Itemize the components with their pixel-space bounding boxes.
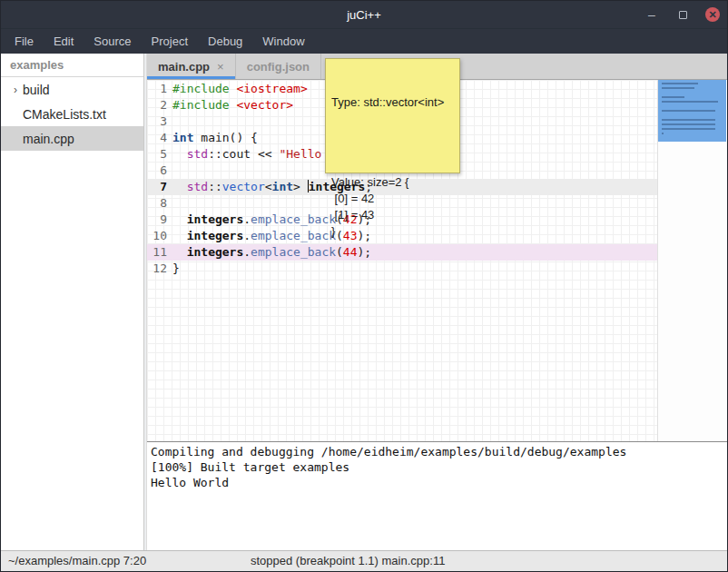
minimap-line	[662, 83, 698, 84]
code-text: #include <iostream>	[172, 81, 308, 97]
minimap-line	[662, 123, 715, 125]
debug-value-tooltip: Type: std::vector<int> Value: size=2 { […	[325, 58, 460, 173]
tree-item-label: main.cpp	[23, 132, 74, 146]
window-controls: – ✕	[644, 1, 720, 28]
app-window: juCi++ – ✕ FileEditSourceProjectDebugWin…	[0, 0, 728, 572]
tree-item-build[interactable]: ›build	[1, 77, 143, 102]
console-line: [100%] Built target examples	[151, 459, 723, 475]
minimize-icon[interactable]: –	[644, 6, 660, 23]
line-number[interactable]: 10	[147, 228, 172, 244]
line-number[interactable]: 9	[147, 212, 172, 228]
file-tree-sidebar: examples ›buildCMakeLists.txtmain.cpp	[1, 54, 143, 550]
minimap-line	[662, 128, 715, 130]
tooltip-type-line: Type: std::vector<int>	[331, 94, 454, 111]
code-text: #include <vector>	[172, 97, 293, 113]
menu-source[interactable]: Source	[84, 30, 141, 53]
tab-config-json[interactable]: config.json	[236, 54, 321, 79]
menu-edit[interactable]: Edit	[44, 30, 84, 53]
menu-project[interactable]: Project	[142, 30, 198, 53]
tooltip-value-line: Value: size=2 {	[331, 174, 454, 191]
minimap-line	[662, 101, 718, 103]
line-number[interactable]: 1	[147, 81, 172, 97]
status-debug-state: stopped (breakpoint 1.1) main.cpp:11	[251, 554, 445, 567]
line-number[interactable]: 5	[147, 146, 172, 163]
tab-close-icon[interactable]: ×	[217, 60, 224, 74]
line-number[interactable]: 7	[147, 179, 172, 195]
project-name-header: examples	[1, 54, 143, 77]
status-bar: ~/examples/main.cpp 7:20 stopped (breakp…	[1, 550, 727, 571]
line-number[interactable]: 11	[147, 244, 172, 261]
tree-item-label: CMakeLists.txt	[23, 107, 106, 122]
output-console[interactable]: Compiling and debugging /home/eidheim/ex…	[147, 441, 727, 550]
close-icon[interactable]: ✕	[705, 7, 720, 22]
tooltip-value-block: Value: size=2 { [0] = 42 [1] = 43}	[331, 174, 454, 240]
minimap-line	[662, 110, 715, 112]
line-number[interactable]: 2	[147, 97, 172, 113]
minimap-line	[662, 119, 715, 121]
tree-item-main-cpp[interactable]: main.cpp	[1, 126, 143, 151]
line-number[interactable]: 12	[147, 261, 172, 277]
tab-label: config.json	[247, 60, 310, 74]
minimap-line	[662, 87, 694, 89]
status-file-position: ~/examples/main.cpp 7:20	[8, 554, 146, 567]
tooltip-value-line: [0] = 42	[331, 191, 454, 207]
menu-debug[interactable]: Debug	[198, 30, 252, 53]
tree-item-cmakelists-txt[interactable]: CMakeLists.txt	[1, 102, 143, 126]
minimap-line	[662, 133, 664, 134]
tab-main-cpp[interactable]: main.cpp×	[147, 54, 236, 79]
menu-file[interactable]: File	[5, 30, 44, 53]
console-line: Hello World	[151, 475, 723, 490]
line-number[interactable]: 4	[147, 130, 172, 146]
minimap[interactable]	[657, 80, 727, 441]
code-text: int main() {	[172, 130, 258, 146]
window-title: juCi++	[1, 8, 727, 22]
console-line: Compiling and debugging /home/eidheim/ex…	[151, 444, 723, 459]
tree-item-label: build	[23, 83, 50, 97]
restore-icon[interactable]	[674, 6, 691, 23]
expander-chevron-icon[interactable]: ›	[8, 84, 23, 96]
line-number[interactable]: 6	[147, 163, 172, 179]
code-text: }	[172, 261, 180, 277]
tooltip-value-line: [1] = 43	[331, 207, 454, 223]
minimap-slider[interactable]	[658, 80, 726, 142]
line-number[interactable]: 8	[147, 195, 172, 212]
menu-window[interactable]: Window	[252, 30, 314, 53]
titlebar: juCi++ – ✕	[1, 1, 727, 28]
line-number[interactable]: 3	[147, 113, 172, 130]
menubar: FileEditSourceProjectDebugWindow	[1, 28, 727, 54]
tab-label: main.cpp	[158, 60, 210, 74]
tooltip-value-line: }	[331, 223, 454, 240]
minimap-line	[662, 96, 684, 98]
